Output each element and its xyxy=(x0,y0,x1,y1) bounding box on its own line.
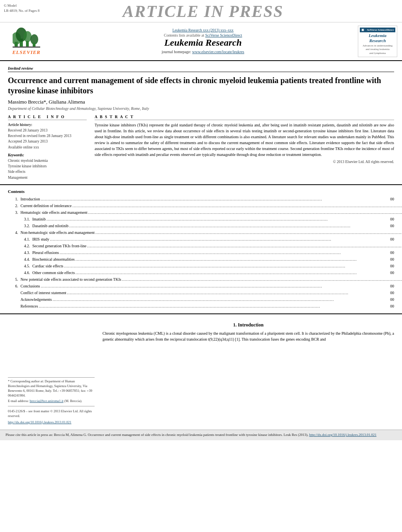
email-line: E-mail address: breccia@bce.uniroma1.it … xyxy=(8,399,95,404)
list-item: 4.5. Cardiac side effects ..............… xyxy=(8,263,394,269)
footnote-email-link[interactable]: breccia@bce.uniroma1.it xyxy=(30,399,63,403)
article-in-press-title: ARTICLE IN PRESS xyxy=(39,3,367,20)
list-item: Conflict of interest statement .........… xyxy=(8,289,394,296)
article-info-header: A R T I C L E I N F O xyxy=(8,115,87,120)
homepage-line: journal homepage: www.elsevier.com/locat… xyxy=(48,50,358,54)
svg-rect-8 xyxy=(13,46,40,48)
footnote-text: * Corresponding author at: Department of… xyxy=(8,379,95,398)
list-item: 6. Conclusions .........................… xyxy=(8,283,394,289)
journal-name: Leukemia Research xyxy=(48,37,358,48)
article-body: Invited review Occurrence and current ma… xyxy=(0,61,402,180)
elsevier-logo-area: ELSEVIER xyxy=(5,27,48,56)
lower-section: * Corresponding author at: Department of… xyxy=(0,318,402,425)
list-item: 3.1. Imatinib ..........................… xyxy=(8,216,394,222)
elsevier-wordmark: ELSEVIER xyxy=(12,49,41,56)
lower-two-col: * Corresponding author at: Department of… xyxy=(8,322,394,425)
license-section: 0145-2126/$ – see front matter © 2013 El… xyxy=(8,406,95,425)
homepage-url[interactable]: www.elsevier.com/locate/leukres xyxy=(192,50,244,54)
contents-section: Contents 1. Introduction ...............… xyxy=(0,189,402,310)
journal-volume: Leukemia Research xxx (2013) xxx–xxx xyxy=(48,28,358,32)
footnote-section: * Corresponding author at: Department of… xyxy=(8,377,95,425)
citation-doi-link[interactable]: http://dx.doi.org/10.1016/j.leukres.2013… xyxy=(309,433,377,437)
article-info-abstract-row: A R T I C L E I N F O Article history: R… xyxy=(8,115,394,180)
lr-logo-box: ▣ SciVerse ScienceDirect Leukemia Resear… xyxy=(358,26,397,57)
list-item: 4.3. Pleural effusions .................… xyxy=(8,249,394,256)
list-item: Acknowledgements .......................… xyxy=(8,296,394,303)
svg-point-4 xyxy=(24,31,32,42)
authors: Massimo Breccia*, Giuliana Alimena xyxy=(8,99,394,105)
abstract-header: A B S T R A C T xyxy=(95,115,394,120)
article-info-column: A R T I C L E I N F O Article history: R… xyxy=(8,115,87,180)
elsevier-tree-icon xyxy=(13,27,40,48)
sciverse-link[interactable]: SciVerse ScienceDirect xyxy=(205,33,242,37)
article-in-press-banner: G Model LR-4819; No. of Pages 8 ARTICLE … xyxy=(0,0,402,22)
list-item: 4.1. IRIS study ........................… xyxy=(8,236,394,243)
doi-link[interactable]: http://dx.doi.org/10.1016/j.leukres.2013… xyxy=(8,420,71,424)
list-item: 3.2. Dasatinib and nilotinib ...........… xyxy=(8,222,394,229)
license-doi: http://dx.doi.org/10.1016/j.leukres.2013… xyxy=(8,420,95,425)
abstract-column: A B S T R A C T Tyrosine kinase inhibito… xyxy=(95,115,394,180)
svg-rect-5 xyxy=(26,41,29,47)
contents-table: 1. Introduction ........................… xyxy=(8,196,394,310)
divider-heavy-2 xyxy=(0,313,402,314)
journal-center-info: Leukemia Research xxx (2013) xxx–xxx Con… xyxy=(48,28,358,54)
introduction-section: 1. Introduction Chronic myelogenous leuk… xyxy=(102,322,394,425)
list-item: 4.4. Biochemical abnormalities .........… xyxy=(8,256,394,263)
contents-list-label: Contents lists available at SciVerse Sci… xyxy=(48,33,358,37)
list-item: 2. Current definition of intolerance ...… xyxy=(8,202,394,209)
intro-title: 1. Introduction xyxy=(102,322,394,328)
journal-header: ELSEVIER Leukemia Research xxx (2013) xx… xyxy=(0,22,402,61)
list-item: 4.6. Other common side effects .........… xyxy=(8,269,394,276)
lr-logo-title: Leukemia Research xyxy=(360,32,395,44)
abstract-text: Tyrosine kinase inhibitors (TKIs) repres… xyxy=(95,122,394,158)
left-footnotes: * Corresponding author at: Department of… xyxy=(8,322,95,425)
article-category: Invited review xyxy=(8,66,394,72)
citation-bar: Please cite this article in press as: Br… xyxy=(0,430,402,440)
lr-logo-small: Advances in understandingand treating le… xyxy=(360,44,395,55)
contents-title: Contents xyxy=(8,189,394,194)
divider-heavy xyxy=(0,184,402,185)
list-item: 4. Non-hematologic side effects and mana… xyxy=(8,229,394,236)
license-text: 0145-2126/$ – see front matter © 2013 El… xyxy=(8,409,95,419)
lr-logo-top: ▣ SciVerse ScienceDirect xyxy=(360,28,395,32)
gmodel-info: G Model LR-4819; No. of Pages 8 xyxy=(0,3,39,13)
list-item: References .............................… xyxy=(8,303,394,310)
list-item: 1. Introduction ........................… xyxy=(8,196,394,202)
copyright-line: © 2013 Elsevier Ltd. All rights reserved… xyxy=(95,160,394,164)
author-affiliation: Department of Cellular Biotechnology and… xyxy=(8,106,394,111)
intro-text: Chronic myelogenous leukemia (CML) is a … xyxy=(102,330,394,343)
article-title: Occurrence and current management of sid… xyxy=(8,75,394,96)
keywords-section: Keywords: Chronic myeloid leukemia Tyros… xyxy=(8,153,87,180)
list-item: 5. New potential side effects associated… xyxy=(8,276,394,283)
list-item: 3. Hematologic side effects and manageme… xyxy=(8,209,394,216)
article-history: Article history: Received 28 January 201… xyxy=(8,122,87,150)
list-item: 4.2. Second generation TKIs front-line .… xyxy=(8,243,394,249)
